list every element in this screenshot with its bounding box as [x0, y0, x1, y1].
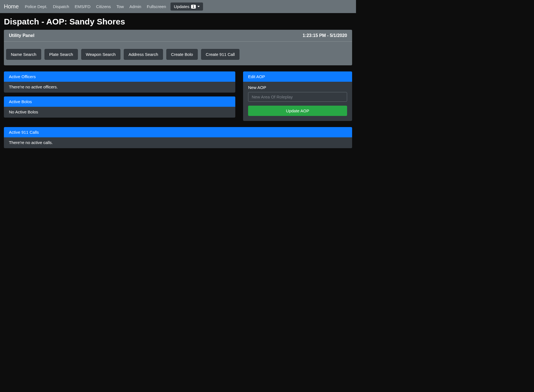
nav-link-dispatch[interactable]: Dispatch: [51, 2, 71, 11]
nav-link-fullscreen[interactable]: Fullscreen: [145, 2, 168, 11]
left-column: Active Officers There're no active offic…: [4, 71, 235, 118]
utility-panel-timestamp: 1:23:15 PM - 5/1/2020: [303, 33, 347, 38]
utility-panel-header: Utility Panel 1:23:15 PM - 5/1/2020: [4, 30, 352, 42]
active-bolos-header: Active Bolos: [4, 96, 235, 107]
new-aop-label: New AOP: [248, 85, 347, 90]
main-row: Active Officers There're no active offic…: [4, 71, 352, 121]
active-911-calls-header: Active 911 Calls: [4, 127, 352, 137]
edit-aop-header: Edit AOP: [243, 71, 352, 82]
updates-badge: 1: [191, 5, 196, 9]
page-title: Dispatch - AOP: Sandy Shores: [4, 17, 352, 26]
updates-label: Updates: [174, 4, 189, 9]
nav-link-ems-fd[interactable]: EMS/FD: [73, 2, 93, 11]
create-bolo-button[interactable]: Create Bolo: [166, 49, 198, 60]
active-officers-card: Active Officers There're no active offic…: [4, 71, 235, 93]
top-navbar: Home Police Dept. Dispatch EMS/FD Citize…: [0, 0, 356, 13]
active-bolos-body: No Active Bolos: [4, 107, 235, 118]
utility-panel-title: Utility Panel: [9, 33, 34, 38]
right-column: Edit AOP New AOP Update AOP: [243, 71, 352, 121]
nav-link-tow[interactable]: Tow: [114, 2, 126, 11]
active-officers-body: There're no active officers.: [4, 82, 235, 93]
active-911-calls-card: Active 911 Calls There're no active call…: [4, 127, 352, 148]
page-content: Dispatch - AOP: Sandy Shores Utility Pan…: [0, 13, 356, 152]
create-911-call-button[interactable]: Create 911 Call: [201, 49, 239, 60]
weapon-search-button[interactable]: Weapon Search: [81, 49, 120, 60]
nav-link-admin[interactable]: Admin: [127, 2, 144, 11]
update-aop-button[interactable]: Update AOP: [248, 106, 347, 116]
active-911-calls-body: There're no active calls.: [4, 137, 352, 148]
utility-panel-body: Name Search Plate Search Weapon Search A…: [4, 42, 352, 65]
address-search-button[interactable]: Address Search: [124, 49, 163, 60]
name-search-button[interactable]: Name Search: [6, 49, 41, 60]
nav-link-police-dept[interactable]: Police Dept.: [23, 2, 50, 11]
new-aop-input[interactable]: [248, 92, 347, 102]
active-officers-header: Active Officers: [4, 71, 235, 82]
edit-aop-body: New AOP Update AOP: [243, 82, 352, 121]
plate-search-button[interactable]: Plate Search: [44, 49, 78, 60]
nav-brand-home[interactable]: Home: [4, 3, 19, 10]
active-bolos-card: Active Bolos No Active Bolos: [4, 96, 235, 118]
chevron-down-icon: [197, 6, 200, 7]
utility-panel: Utility Panel 1:23:15 PM - 5/1/2020 Name…: [4, 30, 352, 65]
nav-link-citizens[interactable]: Citizens: [94, 2, 113, 11]
updates-dropdown-button[interactable]: Updates 1: [170, 3, 203, 11]
edit-aop-card: Edit AOP New AOP Update AOP: [243, 71, 352, 121]
